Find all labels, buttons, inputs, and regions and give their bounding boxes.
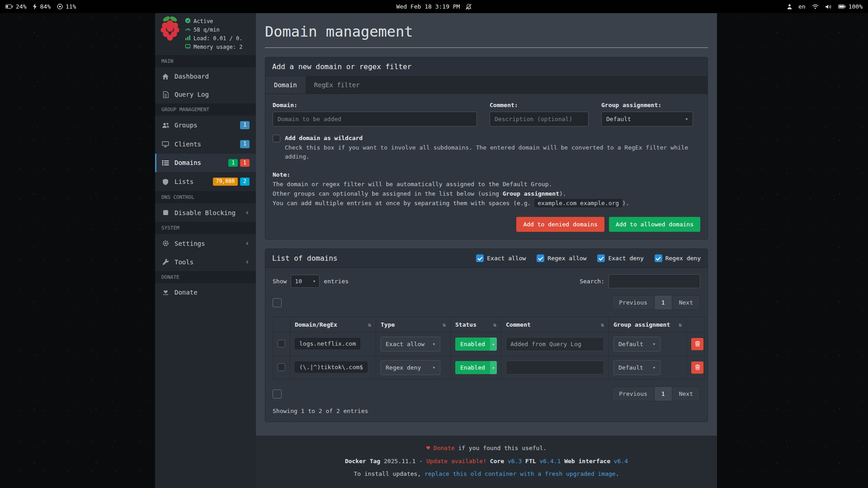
allowed-domains-badge: 1 [228, 159, 238, 167]
header-type[interactable]: Type⇅ [376, 317, 451, 333]
row-checkbox[interactable] [278, 340, 285, 347]
battery-icon [838, 5, 846, 9]
regex-allow-checkbox[interactable] [537, 254, 544, 262]
chevron-down-icon: ▾ [313, 278, 316, 284]
regex-deny-checkbox[interactable] [655, 254, 662, 262]
header-domain[interactable]: Domain/RegEx⇅ [290, 317, 376, 333]
type-select[interactable]: Exact allow ▾ [381, 337, 440, 352]
battery-icon [5, 5, 13, 9]
keyboard-layout-indicator[interactable]: en [798, 3, 806, 10]
domain-list-card: List of domains Exact allow Regex allow [265, 249, 708, 422]
row-group-select[interactable]: Default ▾ [613, 337, 660, 352]
row-group-select[interactable]: Default ▾ [613, 360, 660, 375]
filter-regex-allow[interactable]: Regex allow [537, 254, 586, 262]
type-select[interactable]: Regex deny ▾ [381, 360, 440, 375]
volume-icon[interactable] [825, 4, 832, 9]
wifi-icon[interactable] [812, 4, 819, 9]
donate-link[interactable]: Donate [434, 445, 455, 451]
footer-update-line: To install updates, replace this old con… [256, 468, 717, 481]
add-card-note: Note: The domain or regex filter will be… [265, 163, 708, 211]
delete-row-button[interactable] [691, 338, 703, 350]
show-label: Show [273, 278, 287, 285]
sidebar-item-donate[interactable]: Donate [155, 283, 256, 301]
row-checkbox[interactable] [278, 363, 285, 371]
next-page-button[interactable]: Next [672, 387, 700, 401]
page-number-button[interactable]: 1 [655, 296, 672, 310]
sort-icon[interactable]: ⇅ [493, 322, 496, 328]
sidebar-item-groups[interactable]: Groups 1 [155, 116, 256, 135]
chevron-down-icon: ▾ [432, 341, 435, 347]
sidebar-item-dashboard[interactable]: Dashboard [155, 67, 256, 85]
select-all-checkbox-bottom[interactable] [273, 389, 282, 399]
page-size-select[interactable]: 10 ▾ [291, 275, 320, 288]
gear-icon [161, 240, 170, 247]
exact-allow-checkbox[interactable] [476, 254, 484, 262]
delete-row-button[interactable] [691, 361, 703, 374]
select-all-checkbox[interactable] [273, 298, 282, 307]
lists-count-badge: 2 [240, 178, 250, 186]
page-title: Domain management [265, 23, 708, 48]
add-to-denied-button[interactable]: Add to denied domains [516, 217, 604, 232]
header-group-assignment[interactable]: Group assignment⇅ [609, 317, 687, 333]
comment-input[interactable] [490, 112, 589, 127]
add-to-allowed-button[interactable]: Add to allowed domains [609, 217, 700, 232]
check-circle-icon [185, 18, 191, 25]
page-number-button[interactable]: 1 [655, 387, 672, 401]
core-version-link[interactable]: v6.3 [508, 458, 522, 465]
tab-regex-filter[interactable]: RegEx filter [306, 76, 368, 94]
tab-domain[interactable]: Domain [265, 76, 306, 94]
exact-deny-checkbox[interactable] [597, 254, 605, 262]
sort-icon[interactable]: ⇅ [601, 322, 604, 328]
filter-exact-allow[interactable]: Exact allow [476, 254, 526, 262]
chevron-down-icon: ▾ [652, 341, 656, 347]
status-active: Active [185, 18, 242, 25]
load-bars-icon [185, 35, 191, 42]
users-icon [161, 122, 170, 128]
filter-exact-deny[interactable]: Exact deny [597, 254, 643, 262]
previous-page-button[interactable]: Previous [612, 387, 655, 401]
chevron-down-icon: ▾ [652, 365, 656, 371]
header-comment[interactable]: Comment⇅ [501, 317, 609, 333]
sidebar-item-clients[interactable]: Clients 1 [155, 135, 256, 154]
sidebar-item-disable-blocking[interactable]: Disable Blocking ‹ [155, 203, 256, 222]
chevron-left-icon: ‹ [245, 209, 250, 216]
sidebar-item-query-log[interactable]: Query Log [155, 85, 256, 103]
chevron-down-icon: ▾ [490, 338, 497, 351]
gauge-icon [185, 26, 191, 33]
update-available-link[interactable]: Update available! [426, 458, 486, 465]
replace-container-link[interactable]: replace this old container with a fresh … [425, 470, 616, 477]
wildcard-checkbox[interactable] [273, 135, 280, 142]
home-icon [161, 73, 170, 80]
status-toggle-button[interactable]: Enabled ▾ [455, 361, 497, 374]
next-page-button[interactable]: Next [672, 296, 700, 310]
wrench-icon [161, 258, 170, 265]
user-session-icon[interactable] [787, 4, 792, 9]
previous-page-button[interactable]: Previous [612, 296, 655, 310]
row-comment-input[interactable] [506, 361, 604, 375]
content-area: Domain management Add a new domain or re… [256, 13, 717, 436]
chevron-down-icon: ▾ [432, 365, 435, 371]
search-input[interactable] [609, 274, 700, 288]
chevron-left-icon: ‹ [245, 258, 250, 266]
clock[interactable]: Wed Feb 18 3:19 PM [396, 3, 472, 10]
domain-value: (\.|^)tiktok\.com$ [295, 361, 368, 373]
row-comment-input[interactable] [506, 337, 604, 351]
domain-input[interactable] [273, 112, 477, 127]
group-assignment-select[interactable]: Default ▾ [601, 112, 693, 127]
filter-regex-deny[interactable]: Regex deny [655, 254, 701, 262]
battery-full-indicator[interactable]: 100% [838, 3, 863, 10]
sort-icon[interactable]: ⇅ [368, 322, 371, 328]
header-status[interactable]: Status⇅ [451, 317, 501, 333]
ftl-version-link[interactable]: v6.4.1 [539, 458, 561, 465]
heart-icon: ♥ [426, 445, 430, 451]
status-toggle-button[interactable]: Enabled ▾ [455, 338, 497, 351]
sidebar-item-lists[interactable]: Lists 79,080 2 [155, 172, 256, 191]
sort-icon[interactable]: ⇅ [443, 322, 446, 328]
sidebar-item-domains[interactable]: Domains 1 1 [155, 154, 256, 173]
list-entries-badge: 79,080 [213, 178, 238, 186]
cpu-icon [57, 4, 63, 9]
sidebar-item-tools[interactable]: Tools ‹ [155, 253, 256, 271]
sort-icon[interactable]: ⇅ [679, 322, 682, 328]
sidebar-item-settings[interactable]: Settings ‹ [155, 234, 256, 253]
web-version-link[interactable]: v6.4 [614, 458, 628, 465]
